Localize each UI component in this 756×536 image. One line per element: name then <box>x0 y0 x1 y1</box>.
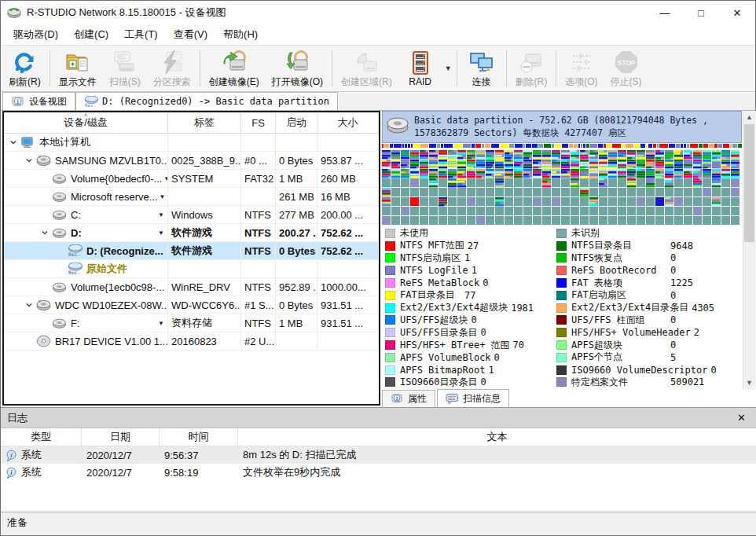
fs-cell: NTFS <box>241 206 276 223</box>
tree-expander-icon[interactable] <box>24 156 34 165</box>
legend-label: APFS BitmapRoot <box>400 365 485 376</box>
view-tab-1[interactable]: Rec.D: (Recognized0) -> Basic data parti… <box>75 92 338 110</box>
legend-count: 0 <box>478 327 486 338</box>
menu-item-3[interactable]: 查看(V) <box>166 24 215 45</box>
scroll-down-icon[interactable]: ▼ <box>743 376 755 389</box>
menu-bar: 驱动器(D)创建(C)工具(T)查看(V)帮助(H) <box>1 24 755 45</box>
toolbar-button-R[interactable]: 刷新(R) <box>2 47 47 90</box>
row-dropdown-icon[interactable]: ▼ <box>158 193 166 200</box>
device-table-body: 本地计算机SAMSUNG MZVLB1T0...0025_388B_9...#0… <box>4 134 379 351</box>
device-row-11[interactable]: BR17 DEVICE V1.00 1....20160823#2 U... <box>4 332 379 351</box>
view-tab-0[interactable]: i设备视图 <box>2 92 75 110</box>
device-column-header-4[interactable]: 大小 <box>317 112 379 133</box>
device-cell: F:▼ <box>4 314 168 332</box>
legend-row-right-1: NTFS目录条目9648 <box>556 240 740 252</box>
row-dropdown-icon[interactable]: ▼ <box>164 284 168 291</box>
toolbar-button-S: STOP停止(S) <box>604 47 648 90</box>
scan-icon <box>112 50 138 75</box>
device-name: Microsoft reserve... <box>71 191 158 203</box>
scroll-thumb[interactable] <box>744 124 754 242</box>
device-column-header-3[interactable]: 启动 <box>276 112 317 133</box>
device-row-7[interactable]: Rec.原始文件 <box>4 260 379 278</box>
minimize-button[interactable]: — <box>647 1 683 24</box>
sub-tab-1[interactable]: 扫描信息 <box>437 389 509 407</box>
legend-color-chip <box>556 241 567 251</box>
view-tab-label: 设备视图 <box>29 95 67 108</box>
log-column-header-2[interactable]: 时间 <box>160 428 238 446</box>
device-row-3[interactable]: Microsoft reserve...▼261 MB16 MB <box>4 188 379 206</box>
log-row-1[interactable]: i系统2020/12/79:58:19文件枚举在9秒内完成 <box>1 464 756 481</box>
toolbar-button-label: 停止(S) <box>611 75 642 89</box>
log-column-header-0[interactable]: 类型 <box>1 428 82 446</box>
device-row-6[interactable]: Rec.D: (Recognize...软件游戏NTFS0 Bytes752.6… <box>4 242 379 260</box>
toolbar-button-R: 删除(R) <box>509 47 554 90</box>
legend-row-right-5: FAT启动扇区0 <box>556 289 740 302</box>
legend-color-chip <box>385 253 395 262</box>
tree-expander-icon[interactable] <box>40 228 50 237</box>
status-bar: 准备 <box>1 512 756 535</box>
device-cell: BR17 DEVICE V1.00 1.... <box>4 332 168 350</box>
app-icon <box>7 6 21 19</box>
legend-label: FAT目录条目 <box>400 288 461 302</box>
sub-tab-0[interactable]: i属性 <box>382 390 435 407</box>
device-column-header-2[interactable]: FS <box>241 112 276 133</box>
scan-block-map[interactable] <box>382 144 742 226</box>
log-column-header-1[interactable]: 日期 <box>82 428 160 446</box>
row-dropdown-icon[interactable]: ▼ <box>156 229 164 237</box>
toolbar-button-E[interactable]: 创建镜像(E) <box>203 47 266 90</box>
tree-expander-icon[interactable] <box>24 300 34 310</box>
toolbar-button-[interactable]: 连接 <box>460 47 504 90</box>
device-row-9[interactable]: WDC WD10EZEX-08W...WD-WCC6Y6...#1 S...0 … <box>4 296 379 314</box>
tree-indent <box>40 192 50 201</box>
menu-item-2[interactable]: 工具(T) <box>116 24 166 45</box>
boot-cell: 1 MB <box>276 170 317 187</box>
scan-scrollbar[interactable]: ▲ ▼ <box>743 111 755 389</box>
legend-label: FAT启动扇区 <box>571 288 667 302</box>
legend-label: UFS/FFS 柱面组 <box>571 314 667 327</box>
size-cell: 200.00 ... <box>317 206 379 223</box>
raid-dropdown-icon[interactable]: ▼ <box>442 47 454 90</box>
legend-count: 0 <box>667 340 676 351</box>
device-row-0[interactable]: 本地计算机 <box>4 134 379 152</box>
drive-icon <box>36 299 51 311</box>
legend-label: NTFS LogFile <box>400 265 468 276</box>
row-dropdown-icon[interactable]: ▼ <box>162 175 168 182</box>
device-row-4[interactable]: C:▼WindowsNTFS277 MB200.00 ... <box>4 206 379 224</box>
close-button[interactable]: ✕ <box>719 1 755 24</box>
device-cell: Microsoft reserve...▼ <box>4 188 168 205</box>
partition-search-icon <box>160 50 185 75</box>
scroll-up-icon[interactable]: ▲ <box>743 111 755 123</box>
toolbar-button-label: 选项(O) <box>565 75 597 89</box>
device-column-header-1[interactable]: 标签 <box>168 112 241 133</box>
toolbar-button-O[interactable]: 打开镜像(O) <box>266 47 329 90</box>
maximize-button[interactable]: □ <box>683 1 719 24</box>
menu-item-1[interactable]: 创建(C) <box>66 24 116 45</box>
log-column-header-3[interactable]: 文本 <box>238 428 756 446</box>
fs-cell: NTFS <box>241 278 276 296</box>
device-name: Volume{0bedecf0-... <box>71 173 162 185</box>
device-cell: Rec.D: (Recognize... <box>4 242 168 259</box>
device-row-2[interactable]: Volume{0bedecf0-...▼SYSTEMFAT321 MB260 M… <box>4 170 379 188</box>
menu-item-4[interactable]: 帮助(H) <box>215 24 266 45</box>
scan-sub-tabs: i属性扫描信息 <box>382 389 509 407</box>
device-column-header-0[interactable]: 设备/磁盘˄ <box>4 112 168 133</box>
log-row-0[interactable]: i系统2020/12/79:56:378m 12s 的 D: 扫描已完成 <box>1 446 756 464</box>
tree-expander-icon[interactable] <box>9 138 18 147</box>
device-row-10[interactable]: F:▼资料存储NTFS1 MB931.51 ... <box>4 314 379 332</box>
legend-color-chip <box>556 340 567 350</box>
toolbar-button-RAID[interactable]: RAID <box>398 47 442 90</box>
scan-info-icon <box>446 393 459 405</box>
menu-item-0[interactable]: 驱动器(D) <box>6 24 66 45</box>
toolbar-separator <box>200 50 200 86</box>
log-close-icon[interactable]: ✕ <box>732 412 750 424</box>
device-row-1[interactable]: SAMSUNG MZVLB1T0...0025_388B_9...#0 ...0… <box>4 152 379 170</box>
device-row-8[interactable]: Volume{1ecb0c98-...▼WinRE_DRVNTFS952.89 … <box>4 278 379 296</box>
device-row-5[interactable]: D:▼软件游戏NTFS200.27 ...752.62 ... <box>4 224 379 242</box>
log-time-cell: 9:56:37 <box>160 446 238 464</box>
row-dropdown-icon[interactable]: ▼ <box>156 320 164 327</box>
device-name: WDC WD10EZEX-08W... <box>55 299 168 311</box>
fs-cell: #0 ... <box>241 152 276 169</box>
toolbar-button-[interactable]: 显示文件 <box>53 47 103 90</box>
row-dropdown-icon[interactable]: ▼ <box>156 211 164 218</box>
legend-count: 1 <box>468 265 477 276</box>
